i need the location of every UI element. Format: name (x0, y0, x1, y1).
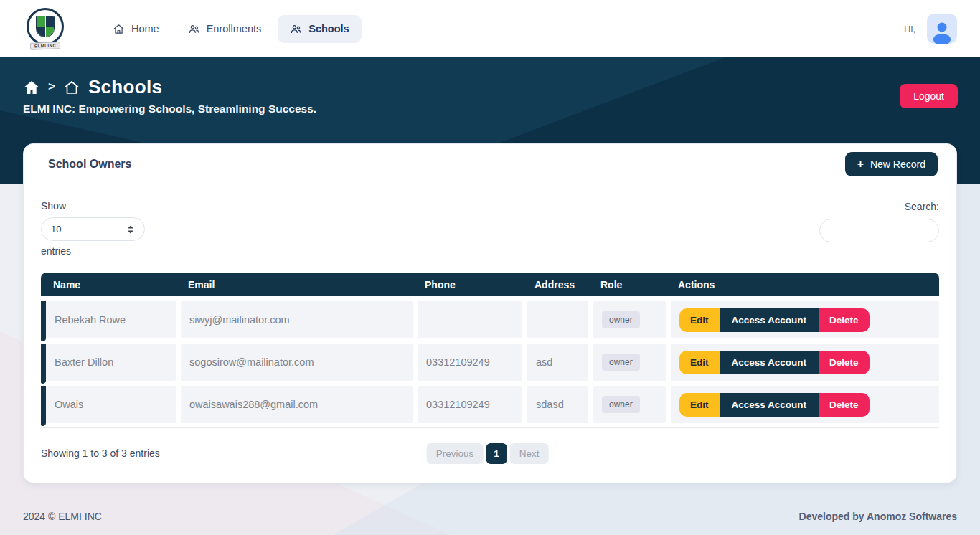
cell-email: owaisawais288@gmail.com (181, 386, 413, 423)
home-icon (113, 23, 125, 35)
column-header-phone[interactable]: Phone (418, 279, 522, 290)
access-account-button[interactable]: Access Account (720, 351, 819, 374)
row-accent-bar (41, 386, 46, 426)
access-account-button[interactable]: Access Account (720, 308, 819, 332)
pagination: Previous 1 Next (427, 443, 549, 464)
hero-subtitle: ELMI INC: Empowering Schools, Streamlini… (23, 103, 957, 115)
logout-button[interactable]: Logout (900, 84, 958, 108)
page-length-control: Show 10 entries (41, 200, 145, 257)
nav-item-label: Enrollments (207, 23, 262, 34)
cell-address (527, 301, 588, 338)
plus-icon: + (857, 158, 864, 170)
search-input[interactable] (819, 219, 939, 242)
nav-item-schools[interactable]: Schools (278, 15, 361, 43)
cell-actions: Edit Access Account Delete (671, 301, 939, 338)
page-length-value: 10 (51, 224, 61, 235)
logo-banner-text: ELMI INC (30, 42, 61, 49)
edit-button[interactable]: Edit (679, 308, 720, 332)
new-record-button[interactable]: + New Record (845, 152, 938, 176)
entries-label: entries (41, 245, 145, 257)
nav-item-label: Schools (308, 23, 349, 34)
group-icon (290, 23, 302, 35)
entries-summary: Showing 1 to 3 of 3 entries (41, 448, 160, 459)
pagination-next[interactable]: Next (510, 443, 549, 464)
new-record-label: New Record (870, 158, 925, 170)
cell-phone (418, 301, 522, 338)
column-header-address[interactable]: Address (527, 279, 588, 290)
cell-address: asd (527, 344, 588, 381)
cell-email: siwyj@mailinator.com (181, 301, 413, 338)
cell-actions: Edit Access Account Delete (671, 386, 939, 423)
role-badge: owner (602, 354, 640, 371)
card-title: School Owners (48, 158, 131, 171)
cell-role: owner (593, 301, 666, 338)
role-badge: owner (602, 396, 640, 413)
cell-email: sogosirow@mailinator.com (181, 344, 413, 381)
user-avatar[interactable] (927, 14, 957, 44)
brand-logo[interactable]: ELMI INC (23, 8, 67, 49)
table-row: Owais owaisawais288@gmail.com 0331210924… (41, 386, 939, 423)
delete-button[interactable]: Delete (819, 351, 870, 374)
main-nav: Home Enrollments Schools (100, 15, 362, 43)
page-footer: 2024 © ELMI INC Developed by Anomoz Soft… (23, 483, 957, 535)
greeting-text: Hi, (904, 24, 915, 34)
edit-button[interactable]: Edit (679, 351, 720, 374)
breadcrumb: > Schools (23, 76, 957, 98)
cell-phone: 03312109249 (418, 386, 522, 423)
nav-item-enrollments[interactable]: Enrollments (176, 15, 274, 43)
search-label: Search: (905, 201, 939, 212)
role-badge: owner (602, 311, 640, 328)
group-icon (188, 23, 200, 35)
select-caret-icon (126, 224, 135, 235)
pagination-previous[interactable]: Previous (427, 443, 484, 464)
column-header-actions: Actions (671, 279, 939, 290)
search-control: Search: (819, 200, 939, 257)
breadcrumb-separator: > (48, 80, 55, 94)
cell-name: Baxter Dillon (46, 344, 176, 381)
access-account-button[interactable]: Access Account (720, 393, 819, 417)
table-row: Baxter Dillon sogosirow@mailinator.com 0… (41, 344, 939, 381)
copyright-text: 2024 © ELMI INC (23, 511, 102, 522)
row-accent-bar (41, 344, 46, 384)
cell-role: owner (593, 344, 666, 381)
delete-button[interactable]: Delete (819, 393, 870, 417)
school-owners-table: Name Email Phone Address Role Actions Re… (41, 273, 939, 428)
person-icon (930, 19, 954, 44)
table-row: Rebekah Rowe siwyj@mailinator.com owner … (41, 301, 939, 338)
table-header: Name Email Phone Address Role Actions (41, 273, 939, 296)
cell-name: Owais (46, 386, 176, 423)
cell-role: owner (593, 386, 666, 423)
top-navbar: ELMI INC Home Enrollments Schools Hi, (0, 0, 980, 57)
cell-phone: 03312109249 (418, 344, 522, 381)
nav-item-label: Home (131, 23, 159, 34)
show-label: Show (41, 200, 145, 212)
pagination-page-1[interactable]: 1 (486, 443, 507, 464)
row-accent-bar (41, 301, 46, 341)
delete-button[interactable]: Delete (819, 308, 870, 332)
column-header-email[interactable]: Email (181, 279, 413, 290)
cell-name: Rebekah Rowe (46, 301, 176, 338)
breadcrumb-home-icon[interactable] (23, 79, 40, 96)
cell-address: sdasd (527, 386, 588, 423)
school-owners-card: School Owners + New Record Show 10 entri… (23, 143, 957, 483)
page-title: Schools (88, 76, 162, 98)
crest-icon (27, 8, 64, 45)
schools-home-icon (63, 79, 80, 96)
nav-item-home[interactable]: Home (100, 15, 171, 43)
column-header-name[interactable]: Name (46, 279, 176, 290)
edit-button[interactable]: Edit (679, 393, 720, 417)
column-header-role[interactable]: Role (593, 279, 666, 290)
developer-credit: Developed by Anomoz Softwares (799, 511, 957, 522)
page-length-select[interactable]: 10 (41, 217, 145, 241)
cell-actions: Edit Access Account Delete (671, 344, 939, 381)
